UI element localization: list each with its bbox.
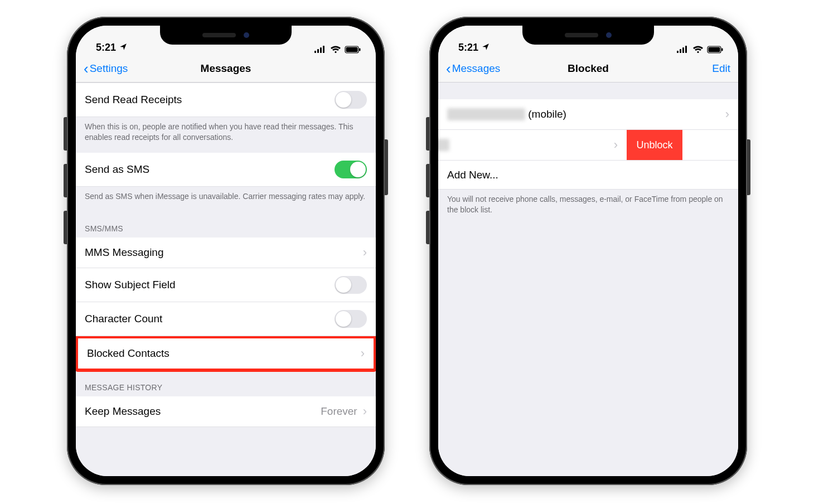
- redacted-name: [438, 139, 449, 151]
- chevron-left-icon: ‹: [446, 61, 451, 76]
- blocked-content: (mobile) › 8 › Unblock: [438, 83, 738, 476]
- chevron-right-icon: ›: [361, 346, 365, 361]
- status-time: 5:21: [458, 42, 478, 54]
- contact-suffix: (mobile): [528, 108, 566, 120]
- nav-bar: ‹ Messages Blocked Edit: [438, 55, 738, 83]
- back-label: Messages: [452, 62, 501, 75]
- notch: [522, 26, 654, 45]
- svg-rect-6: [359, 49, 361, 51]
- svg-rect-5: [346, 47, 358, 52]
- toggle-character-count[interactable]: [335, 310, 367, 328]
- svg-rect-2: [320, 47, 322, 53]
- read-receipts-footer: When this is on, people are notified whe…: [76, 117, 376, 153]
- nav-bar: ‹ Settings Messages: [76, 55, 376, 83]
- svg-rect-10: [685, 46, 687, 53]
- battery-icon: [707, 46, 724, 54]
- section-header-sms: SMS/MMS: [76, 212, 376, 238]
- settings-content: Send Read Receipts When this is on, peop…: [76, 83, 376, 476]
- blocked-contact-row-swiped[interactable]: 8 › Unblock: [438, 130, 738, 161]
- row-blocked-contacts[interactable]: Blocked Contacts ›: [78, 338, 374, 369]
- redacted-name: [447, 108, 525, 120]
- read-receipts-label: Send Read Receipts: [85, 94, 182, 106]
- add-new-label: Add New...: [447, 169, 498, 181]
- wifi-icon: [330, 46, 341, 54]
- row-mms-messaging[interactable]: MMS Messaging ›: [76, 238, 376, 268]
- blocked-contacts-label: Blocked Contacts: [87, 347, 169, 360]
- cellular-signal-icon: [677, 46, 689, 54]
- chevron-right-icon: ›: [363, 245, 367, 260]
- back-button[interactable]: ‹ Settings: [84, 61, 145, 76]
- svg-rect-8: [680, 49, 681, 53]
- svg-rect-7: [677, 51, 679, 53]
- status-time: 5:21: [96, 42, 116, 54]
- phone-left: 5:21: [67, 17, 385, 485]
- row-send-as-sms[interactable]: Send as SMS: [76, 153, 376, 187]
- chevron-left-icon: ‹: [84, 61, 89, 76]
- svg-rect-3: [323, 46, 324, 53]
- back-label: Settings: [90, 62, 128, 75]
- blocked-contact-row[interactable]: (mobile) ›: [438, 99, 738, 130]
- charcount-label: Character Count: [85, 313, 162, 325]
- wifi-icon: [692, 46, 704, 54]
- toggle-subject-field[interactable]: [335, 276, 367, 294]
- subject-label: Show Subject Field: [85, 279, 176, 291]
- notch: [160, 26, 292, 45]
- phone-right: 5:21: [429, 17, 747, 485]
- svg-rect-9: [682, 47, 684, 53]
- send-as-sms-footer: Send as SMS when iMessage is unavailable…: [76, 187, 376, 212]
- add-new-row[interactable]: Add New...: [438, 161, 738, 190]
- blocked-footer: You will not receive phone calls, messag…: [438, 190, 738, 225]
- keep-messages-label: Keep Messages: [85, 405, 161, 418]
- row-send-read-receipts[interactable]: Send Read Receipts: [76, 83, 376, 117]
- svg-rect-13: [721, 49, 723, 51]
- back-button[interactable]: ‹ Messages: [446, 61, 507, 76]
- svg-rect-1: [317, 49, 319, 53]
- svg-rect-12: [709, 47, 720, 52]
- location-arrow-icon: [482, 43, 490, 53]
- mms-label: MMS Messaging: [85, 246, 164, 259]
- location-arrow-icon: [119, 43, 127, 53]
- chevron-right-icon: ›: [725, 107, 729, 122]
- chevron-right-icon: ›: [614, 138, 618, 152]
- toggle-read-receipts[interactable]: [335, 91, 367, 109]
- row-show-subject-field[interactable]: Show Subject Field: [76, 268, 376, 302]
- cellular-signal-icon: [314, 46, 327, 54]
- edit-button[interactable]: Edit: [697, 62, 730, 75]
- keep-messages-value: Forever: [321, 405, 357, 418]
- svg-rect-0: [314, 51, 316, 53]
- toggle-send-as-sms[interactable]: [335, 161, 367, 178]
- battery-icon: [345, 46, 361, 54]
- send-as-sms-label: Send as SMS: [85, 163, 149, 176]
- row-character-count[interactable]: Character Count: [76, 302, 376, 336]
- chevron-right-icon: ›: [363, 404, 367, 419]
- section-header-history: MESSAGE HISTORY: [76, 371, 376, 396]
- unblock-button[interactable]: Unblock: [627, 130, 682, 160]
- row-keep-messages[interactable]: Keep Messages Forever ›: [76, 396, 376, 427]
